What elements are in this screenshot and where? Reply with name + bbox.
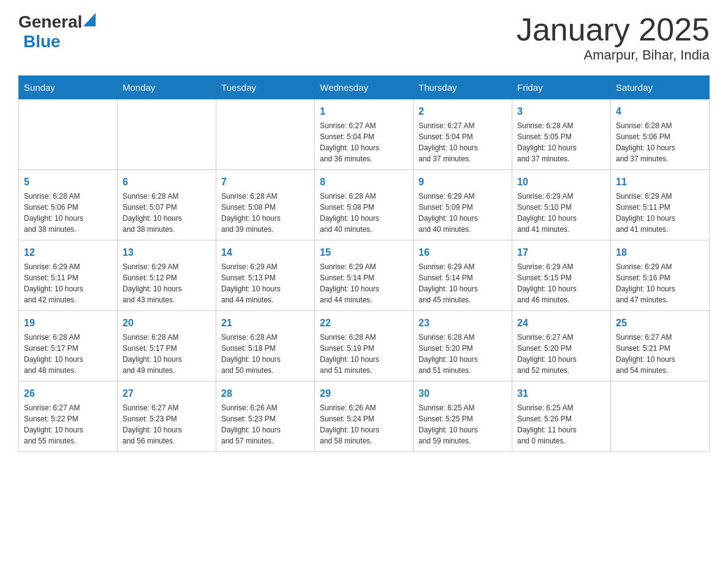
logo: General Blue (18, 12, 96, 52)
logo-blue-text: Blue (23, 32, 61, 51)
day-info: Sunrise: 6:29 AM Sunset: 5:11 PM Dayligh… (24, 261, 112, 305)
day-info: Sunrise: 6:28 AM Sunset: 5:06 PM Dayligh… (616, 120, 704, 164)
day-info: Sunrise: 6:27 AM Sunset: 5:21 PM Dayligh… (616, 332, 704, 376)
calendar-cell: 23Sunrise: 6:28 AM Sunset: 5:20 PM Dayli… (414, 311, 512, 381)
day-number: 28 (221, 386, 309, 401)
calendar-cell: 8Sunrise: 6:28 AM Sunset: 5:08 PM Daylig… (315, 170, 414, 240)
day-number: 14 (221, 245, 309, 260)
calendar-cell: 28Sunrise: 6:26 AM Sunset: 5:23 PM Dayli… (216, 381, 315, 452)
day-info: Sunrise: 6:26 AM Sunset: 5:23 PM Dayligh… (221, 402, 309, 446)
day-info: Sunrise: 6:27 AM Sunset: 5:22 PM Dayligh… (24, 402, 112, 446)
day-number: 9 (419, 175, 507, 190)
day-number: 17 (517, 245, 605, 260)
calendar-cell: 9Sunrise: 6:29 AM Sunset: 5:09 PM Daylig… (414, 170, 512, 240)
calendar-cell: 13Sunrise: 6:29 AM Sunset: 5:12 PM Dayli… (118, 240, 216, 311)
calendar-cell: 29Sunrise: 6:26 AM Sunset: 5:24 PM Dayli… (315, 381, 414, 452)
day-number: 25 (616, 316, 704, 331)
day-number: 11 (616, 175, 704, 190)
day-number: 15 (320, 245, 408, 260)
day-number: 31 (517, 386, 605, 401)
day-number: 18 (616, 245, 704, 260)
day-number: 1 (320, 104, 408, 119)
days-of-week-row: SundayMondayTuesdayWednesdayThursdayFrid… (19, 76, 710, 99)
calendar-cell: 19Sunrise: 6:28 AM Sunset: 5:17 PM Dayli… (19, 311, 118, 381)
calendar-cell (118, 99, 216, 170)
day-number: 12 (24, 245, 112, 260)
calendar-cell: 20Sunrise: 6:28 AM Sunset: 5:17 PM Dayli… (118, 311, 216, 381)
day-info: Sunrise: 6:25 AM Sunset: 5:25 PM Dayligh… (419, 402, 507, 446)
day-info: Sunrise: 6:28 AM Sunset: 5:20 PM Dayligh… (419, 332, 507, 376)
calendar-header: SundayMondayTuesdayWednesdayThursdayFrid… (19, 76, 710, 99)
day-info: Sunrise: 6:27 AM Sunset: 5:04 PM Dayligh… (320, 120, 408, 164)
calendar-cell: 25Sunrise: 6:27 AM Sunset: 5:21 PM Dayli… (611, 311, 710, 381)
calendar-cell: 21Sunrise: 6:28 AM Sunset: 5:18 PM Dayli… (216, 311, 315, 381)
week-row-5: 26Sunrise: 6:27 AM Sunset: 5:22 PM Dayli… (19, 381, 710, 452)
calendar-cell: 24Sunrise: 6:27 AM Sunset: 5:20 PM Dayli… (512, 311, 611, 381)
calendar-cell: 26Sunrise: 6:27 AM Sunset: 5:22 PM Dayli… (19, 381, 118, 452)
calendar-cell: 14Sunrise: 6:29 AM Sunset: 5:13 PM Dayli… (216, 240, 315, 311)
day-number: 30 (419, 386, 507, 401)
calendar-subtitle: Amarpur, Bihar, India (517, 47, 710, 63)
day-info: Sunrise: 6:25 AM Sunset: 5:26 PM Dayligh… (517, 402, 605, 446)
calendar-cell: 4Sunrise: 6:28 AM Sunset: 5:06 PM Daylig… (611, 99, 710, 170)
day-info: Sunrise: 6:27 AM Sunset: 5:04 PM Dayligh… (419, 120, 507, 164)
calendar-table: SundayMondayTuesdayWednesdayThursdayFrid… (18, 75, 710, 452)
day-info: Sunrise: 6:29 AM Sunset: 5:15 PM Dayligh… (517, 261, 605, 305)
calendar-cell: 6Sunrise: 6:28 AM Sunset: 5:07 PM Daylig… (118, 170, 216, 240)
day-number: 5 (24, 175, 112, 190)
calendar-cell: 15Sunrise: 6:29 AM Sunset: 5:14 PM Dayli… (315, 240, 414, 311)
page-header: General Blue January 2025 Amarpur, Bihar… (18, 12, 710, 63)
day-number: 6 (123, 175, 211, 190)
day-info: Sunrise: 6:28 AM Sunset: 5:17 PM Dayligh… (24, 332, 112, 376)
day-number: 8 (320, 175, 408, 190)
day-number: 10 (517, 175, 605, 190)
day-number: 16 (419, 245, 507, 260)
day-info: Sunrise: 6:28 AM Sunset: 5:19 PM Dayligh… (320, 332, 408, 376)
calendar-cell: 12Sunrise: 6:29 AM Sunset: 5:11 PM Dayli… (19, 240, 118, 311)
day-number: 27 (123, 386, 211, 401)
day-info: Sunrise: 6:29 AM Sunset: 5:09 PM Dayligh… (419, 191, 507, 235)
week-row-1: 1Sunrise: 6:27 AM Sunset: 5:04 PM Daylig… (19, 99, 710, 170)
day-info: Sunrise: 6:27 AM Sunset: 5:20 PM Dayligh… (517, 332, 605, 376)
day-info: Sunrise: 6:26 AM Sunset: 5:24 PM Dayligh… (320, 402, 408, 446)
day-info: Sunrise: 6:27 AM Sunset: 5:23 PM Dayligh… (123, 402, 211, 446)
day-number: 26 (24, 386, 112, 401)
calendar-title: January 2025 (517, 12, 710, 47)
day-of-week-thursday: Thursday (414, 76, 512, 99)
day-number: 22 (320, 316, 408, 331)
day-info: Sunrise: 6:28 AM Sunset: 5:07 PM Dayligh… (123, 191, 211, 235)
day-number: 7 (221, 175, 309, 190)
calendar-cell: 3Sunrise: 6:28 AM Sunset: 5:05 PM Daylig… (512, 99, 611, 170)
day-number: 2 (419, 104, 507, 119)
title-area: January 2025 Amarpur, Bihar, India (517, 12, 710, 63)
day-info: Sunrise: 6:28 AM Sunset: 5:05 PM Dayligh… (517, 120, 605, 164)
calendar-cell: 22Sunrise: 6:28 AM Sunset: 5:19 PM Dayli… (315, 311, 414, 381)
day-number: 21 (221, 316, 309, 331)
logo-triangle-icon (83, 13, 96, 26)
week-row-4: 19Sunrise: 6:28 AM Sunset: 5:17 PM Dayli… (19, 311, 710, 381)
calendar-cell: 31Sunrise: 6:25 AM Sunset: 5:26 PM Dayli… (512, 381, 611, 452)
day-info: Sunrise: 6:28 AM Sunset: 5:08 PM Dayligh… (221, 191, 309, 235)
day-info: Sunrise: 6:29 AM Sunset: 5:13 PM Dayligh… (221, 261, 309, 305)
day-info: Sunrise: 6:28 AM Sunset: 5:18 PM Dayligh… (221, 332, 309, 376)
calendar-cell: 7Sunrise: 6:28 AM Sunset: 5:08 PM Daylig… (216, 170, 315, 240)
calendar-cell: 10Sunrise: 6:29 AM Sunset: 5:10 PM Dayli… (512, 170, 611, 240)
week-row-2: 5Sunrise: 6:28 AM Sunset: 5:06 PM Daylig… (19, 170, 710, 240)
day-of-week-friday: Friday (512, 76, 611, 99)
day-number: 13 (123, 245, 211, 260)
day-number: 3 (517, 104, 605, 119)
calendar-cell: 16Sunrise: 6:29 AM Sunset: 5:14 PM Dayli… (414, 240, 512, 311)
calendar-cell: 18Sunrise: 6:29 AM Sunset: 5:16 PM Dayli… (611, 240, 710, 311)
day-info: Sunrise: 6:29 AM Sunset: 5:14 PM Dayligh… (419, 261, 507, 305)
day-info: Sunrise: 6:29 AM Sunset: 5:12 PM Dayligh… (123, 261, 211, 305)
day-info: Sunrise: 6:29 AM Sunset: 5:16 PM Dayligh… (616, 261, 704, 305)
day-info: Sunrise: 6:29 AM Sunset: 5:11 PM Dayligh… (616, 191, 704, 235)
day-number: 20 (123, 316, 211, 331)
day-of-week-saturday: Saturday (611, 76, 710, 99)
calendar-cell: 5Sunrise: 6:28 AM Sunset: 5:06 PM Daylig… (19, 170, 118, 240)
day-number: 4 (616, 104, 704, 119)
logo-general-text: General (18, 12, 82, 32)
calendar-cell: 27Sunrise: 6:27 AM Sunset: 5:23 PM Dayli… (118, 381, 216, 452)
calendar-cell: 2Sunrise: 6:27 AM Sunset: 5:04 PM Daylig… (414, 99, 512, 170)
calendar-cell (216, 99, 315, 170)
